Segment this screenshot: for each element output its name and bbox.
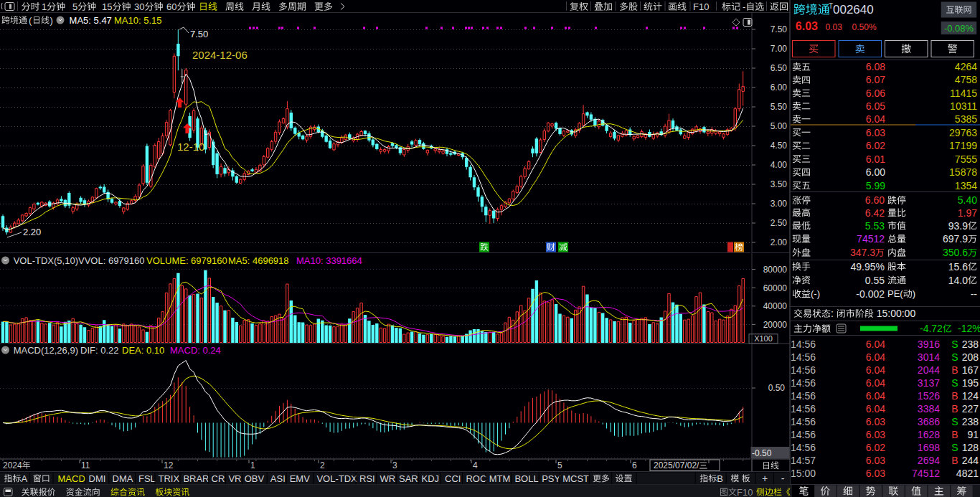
- svg-text:3.50: 3.50: [771, 179, 788, 189]
- svg-text:-0.50: -0.50: [752, 448, 772, 458]
- svg-text:3384: 3384: [918, 403, 940, 415]
- svg-text:12: 12: [164, 460, 174, 470]
- svg-text:5385: 5385: [955, 113, 977, 125]
- svg-text:+: +: [762, 473, 768, 484]
- svg-text:30: 30: [134, 1, 144, 12]
- svg-text:B: B: [951, 455, 958, 466]
- svg-text:5.50: 5.50: [771, 102, 788, 112]
- svg-text:): ): [913, 288, 915, 299]
- svg-text:RSI: RSI: [359, 473, 375, 484]
- svg-text:2.00: 2.00: [771, 237, 788, 247]
- svg-text:195: 195: [962, 377, 979, 389]
- svg-text:B: B: [717, 473, 723, 484]
- svg-text:MCST: MCST: [562, 473, 589, 484]
- svg-text:MA5: 4696918: MA5: 4696918: [228, 255, 289, 266]
- svg-text:S: S: [951, 377, 958, 389]
- svg-text:DMI: DMI: [89, 473, 106, 484]
- svg-text:238: 238: [962, 339, 979, 350]
- svg-text:6.04: 6.04: [866, 351, 885, 363]
- svg-text:2044: 2044: [918, 364, 940, 376]
- svg-text:5.00: 5.00: [771, 121, 788, 131]
- svg-text:2024-12-06: 2024-12-06: [192, 49, 248, 61]
- svg-text:4: 4: [473, 460, 478, 470]
- svg-text:-0.002: -0.002: [856, 288, 885, 300]
- svg-text:12-10: 12-10: [177, 141, 204, 153]
- svg-text:5: 5: [72, 1, 77, 12]
- svg-text:1698: 1698: [918, 442, 940, 453]
- svg-text:5.99: 5.99: [866, 180, 885, 191]
- svg-text:5.40: 5.40: [958, 194, 977, 206]
- svg-text:6.04: 6.04: [866, 113, 885, 125]
- svg-text:1526: 1526: [918, 390, 940, 402]
- svg-text:74512: 74512: [857, 233, 885, 245]
- svg-text:350.6: 350.6: [943, 247, 968, 258]
- svg-text:74512: 74512: [912, 468, 940, 479]
- svg-text:3916: 3916: [918, 339, 940, 350]
- svg-text:29763: 29763: [949, 127, 977, 138]
- svg-text:S: S: [951, 442, 958, 453]
- svg-text:0.50: 0.50: [768, 383, 786, 393]
- svg-text:14.0: 14.0: [948, 275, 968, 286]
- svg-text:S: S: [951, 339, 958, 350]
- svg-text:1628: 1628: [918, 429, 940, 440]
- svg-text:DMA: DMA: [113, 473, 133, 484]
- svg-text:5.53: 5.53: [865, 220, 885, 232]
- svg-text:17199: 17199: [949, 140, 977, 151]
- svg-text:6.02: 6.02: [866, 140, 885, 151]
- svg-text:VOLUME: 6979160: VOLUME: 6979160: [146, 255, 227, 266]
- svg-text:6.02: 6.02: [866, 442, 885, 453]
- svg-text:5: 5: [557, 460, 562, 470]
- svg-text:14:56: 14:56: [791, 403, 816, 415]
- svg-text:MA10: 5.15: MA10: 5.15: [114, 15, 162, 26]
- svg-text:BOLL: BOLL: [514, 473, 538, 484]
- svg-text:14:56: 14:56: [791, 339, 816, 350]
- svg-text:MTM: MTM: [489, 473, 511, 484]
- svg-text:-0.08%: -0.08%: [944, 23, 974, 34]
- svg-text:7.50: 7.50: [771, 24, 788, 34]
- svg-text:1: 1: [250, 460, 255, 470]
- svg-text:BRAR: BRAR: [183, 473, 209, 484]
- svg-text:60: 60: [166, 1, 176, 12]
- svg-text:CCI: CCI: [445, 473, 461, 484]
- svg-text:14:56: 14:56: [791, 377, 816, 389]
- svg-text:VOL-TDX(5,10): VOL-TDX(5,10): [14, 255, 78, 266]
- svg-text:14:56: 14:56: [791, 416, 816, 427]
- svg-text:14:56: 14:56: [791, 390, 816, 402]
- svg-text:PE(: PE(: [887, 288, 903, 299]
- svg-text:80000: 80000: [763, 265, 788, 275]
- svg-text:20000: 20000: [763, 320, 788, 330]
- svg-text:F10: F10: [737, 487, 753, 497]
- svg-text::: :: [831, 308, 837, 319]
- svg-text:6.04: 6.04: [866, 377, 885, 389]
- svg-text:EMV: EMV: [290, 473, 311, 484]
- svg-text:(-): (-): [811, 288, 820, 299]
- svg-text:DIF: 0.22: DIF: 0.22: [80, 345, 118, 356]
- svg-text:WR: WR: [380, 473, 395, 484]
- svg-text:6.03: 6.03: [866, 127, 885, 138]
- svg-text:6.06: 6.06: [866, 87, 885, 99]
- svg-text:124: 124: [962, 390, 979, 402]
- svg-text:4.50: 4.50: [771, 141, 788, 151]
- svg-text:MACD(12,26,9): MACD(12,26,9): [14, 345, 78, 356]
- svg-text:MA10: 3391664: MA10: 3391664: [296, 255, 362, 266]
- svg-text:93.9: 93.9: [948, 220, 968, 232]
- svg-text:6.04: 6.04: [866, 364, 885, 376]
- svg-text:6.03: 6.03: [796, 20, 818, 32]
- svg-text:6.50: 6.50: [771, 63, 788, 73]
- svg-text:S: S: [951, 351, 958, 363]
- svg-text:0.50%: 0.50%: [852, 22, 877, 32]
- svg-text:11415: 11415: [950, 87, 977, 99]
- svg-text:2025/07/02/: 2025/07/02/: [654, 460, 699, 470]
- svg-text:2.20: 2.20: [23, 227, 41, 237]
- svg-text:2: 2: [320, 460, 325, 470]
- svg-text:(: (: [29, 15, 32, 26]
- svg-text:-12%: -12%: [958, 323, 980, 334]
- svg-text:B: B: [951, 429, 958, 440]
- svg-text:1354: 1354: [955, 180, 977, 191]
- svg-text:6.00: 6.00: [771, 82, 788, 93]
- svg-text:60000: 60000: [763, 283, 788, 293]
- svg-text:SAR: SAR: [399, 473, 418, 484]
- svg-text:227: 227: [962, 403, 979, 415]
- svg-text:4264: 4264: [955, 61, 977, 72]
- svg-text:6.07: 6.07: [866, 74, 885, 85]
